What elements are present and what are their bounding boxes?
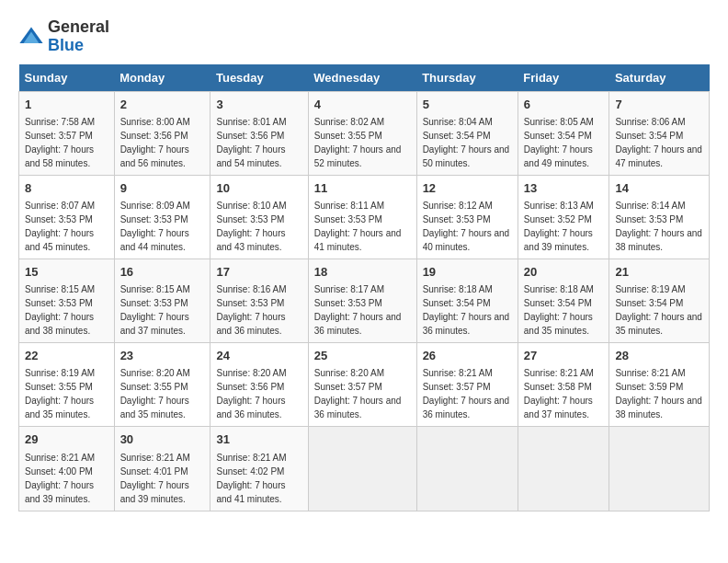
day-info: Sunrise: 7:58 AMSunset: 3:57 PMDaylight:… (25, 115, 108, 170)
calendar-day-cell: 7 Sunrise: 8:06 AMSunset: 3:54 PMDayligh… (609, 91, 710, 175)
calendar-day-cell: 9 Sunrise: 8:09 AMSunset: 3:53 PMDayligh… (114, 175, 210, 259)
calendar-day-cell: 12 Sunrise: 8:12 AMSunset: 3:53 PMDaylig… (416, 175, 518, 259)
logo-general: General (48, 17, 109, 36)
calendar-day-cell (308, 427, 416, 511)
page-header: General Blue (18, 18, 710, 55)
day-number: 23 (120, 348, 205, 364)
calendar-day-cell: 1 Sunrise: 7:58 AMSunset: 3:57 PMDayligh… (19, 91, 115, 175)
calendar-day-cell: 10 Sunrise: 8:10 AMSunset: 3:53 PMDaylig… (210, 175, 308, 259)
day-info: Sunrise: 8:21 AMSunset: 4:01 PMDaylight:… (120, 451, 205, 506)
calendar-day-cell: 29 Sunrise: 8:21 AMSunset: 4:00 PMDaylig… (19, 427, 115, 511)
calendar-day-cell: 8 Sunrise: 8:07 AMSunset: 3:53 PMDayligh… (19, 175, 115, 259)
calendar-week-2: 8 Sunrise: 8:07 AMSunset: 3:53 PMDayligh… (19, 175, 710, 259)
logo-blue: Blue (48, 36, 84, 54)
day-info: Sunrise: 8:20 AMSunset: 3:55 PMDaylight:… (120, 366, 205, 421)
day-header-sunday: Sunday (19, 64, 115, 92)
calendar-day-cell: 5 Sunrise: 8:04 AMSunset: 3:54 PMDayligh… (416, 91, 518, 175)
calendar-day-cell: 14 Sunrise: 8:14 AMSunset: 3:53 PMDaylig… (609, 175, 710, 259)
day-number: 26 (423, 348, 512, 364)
calendar-day-cell: 2 Sunrise: 8:00 AMSunset: 3:56 PMDayligh… (114, 91, 210, 175)
day-info: Sunrise: 8:21 AMSunset: 4:02 PMDaylight:… (216, 451, 301, 506)
day-info: Sunrise: 8:02 AMSunset: 3:55 PMDaylight:… (314, 115, 411, 170)
day-info: Sunrise: 8:01 AMSunset: 3:56 PMDaylight:… (216, 115, 301, 170)
day-number: 12 (423, 180, 512, 197)
day-number: 22 (25, 348, 108, 364)
day-number: 14 (615, 180, 703, 197)
day-info: Sunrise: 8:09 AMSunset: 3:53 PMDaylight:… (120, 199, 205, 254)
day-number: 25 (314, 348, 411, 364)
calendar-day-cell: 28 Sunrise: 8:21 AMSunset: 3:59 PMDaylig… (609, 343, 710, 427)
day-info: Sunrise: 8:21 AMSunset: 3:57 PMDaylight:… (423, 366, 512, 421)
day-number: 31 (216, 431, 301, 448)
day-info: Sunrise: 8:17 AMSunset: 3:53 PMDaylight:… (314, 282, 411, 338)
day-number: 24 (216, 348, 301, 364)
day-info: Sunrise: 8:12 AMSunset: 3:53 PMDaylight:… (423, 199, 512, 254)
calendar-day-cell: 27 Sunrise: 8:21 AMSunset: 3:58 PMDaylig… (518, 343, 609, 427)
day-info: Sunrise: 8:04 AMSunset: 3:54 PMDaylight:… (423, 115, 512, 170)
calendar-day-cell: 13 Sunrise: 8:13 AMSunset: 3:52 PMDaylig… (518, 175, 609, 259)
day-info: Sunrise: 8:10 AMSunset: 3:53 PMDaylight:… (216, 199, 301, 254)
day-number: 8 (25, 180, 108, 197)
day-number: 20 (524, 264, 604, 281)
calendar-day-cell: 19 Sunrise: 8:18 AMSunset: 3:54 PMDaylig… (416, 259, 518, 342)
day-header-thursday: Thursday (416, 64, 518, 92)
day-info: Sunrise: 8:07 AMSunset: 3:53 PMDaylight:… (25, 199, 108, 254)
calendar-day-cell: 20 Sunrise: 8:18 AMSunset: 3:54 PMDaylig… (518, 259, 609, 342)
calendar-day-cell: 26 Sunrise: 8:21 AMSunset: 3:57 PMDaylig… (416, 343, 518, 427)
calendar-day-cell (416, 427, 518, 511)
day-number: 6 (524, 97, 604, 113)
day-info: Sunrise: 8:20 AMSunset: 3:56 PMDaylight:… (216, 366, 301, 421)
day-number: 11 (314, 180, 411, 197)
day-header-saturday: Saturday (609, 64, 710, 92)
day-number: 2 (120, 97, 205, 113)
calendar-day-cell (609, 427, 710, 511)
calendar-day-cell: 22 Sunrise: 8:19 AMSunset: 3:55 PMDaylig… (19, 343, 115, 427)
calendar-day-cell: 31 Sunrise: 8:21 AMSunset: 4:02 PMDaylig… (210, 427, 308, 511)
day-info: Sunrise: 8:06 AMSunset: 3:54 PMDaylight:… (615, 115, 703, 170)
day-number: 19 (423, 264, 512, 281)
day-number: 30 (120, 431, 205, 448)
logo: General Blue (18, 18, 109, 55)
calendar-day-cell: 16 Sunrise: 8:15 AMSunset: 3:53 PMDaylig… (114, 259, 210, 342)
calendar-day-cell: 15 Sunrise: 8:15 AMSunset: 3:53 PMDaylig… (19, 259, 115, 342)
day-info: Sunrise: 8:21 AMSunset: 3:59 PMDaylight:… (615, 366, 703, 421)
calendar-header-row: SundayMondayTuesdayWednesdayThursdayFrid… (19, 64, 710, 92)
day-number: 16 (120, 264, 205, 281)
calendar-day-cell: 18 Sunrise: 8:17 AMSunset: 3:53 PMDaylig… (308, 259, 416, 342)
logo-icon (18, 24, 44, 50)
day-info: Sunrise: 8:16 AMSunset: 3:53 PMDaylight:… (216, 282, 301, 338)
calendar-week-4: 22 Sunrise: 8:19 AMSunset: 3:55 PMDaylig… (19, 343, 710, 427)
day-info: Sunrise: 8:21 AMSunset: 3:58 PMDaylight:… (524, 366, 604, 421)
calendar-day-cell: 3 Sunrise: 8:01 AMSunset: 3:56 PMDayligh… (210, 91, 308, 175)
calendar-body: 1 Sunrise: 7:58 AMSunset: 3:57 PMDayligh… (19, 91, 710, 511)
calendar-week-1: 1 Sunrise: 7:58 AMSunset: 3:57 PMDayligh… (19, 91, 710, 175)
calendar-day-cell: 4 Sunrise: 8:02 AMSunset: 3:55 PMDayligh… (308, 91, 416, 175)
day-info: Sunrise: 8:18 AMSunset: 3:54 PMDaylight:… (524, 282, 604, 338)
day-number: 15 (25, 264, 108, 281)
calendar-day-cell: 21 Sunrise: 8:19 AMSunset: 3:54 PMDaylig… (609, 259, 710, 342)
day-info: Sunrise: 8:14 AMSunset: 3:53 PMDaylight:… (615, 199, 703, 254)
day-number: 3 (216, 97, 301, 113)
calendar-day-cell: 6 Sunrise: 8:05 AMSunset: 3:54 PMDayligh… (518, 91, 609, 175)
day-number: 13 (524, 180, 604, 197)
day-info: Sunrise: 8:11 AMSunset: 3:53 PMDaylight:… (314, 199, 411, 254)
day-number: 4 (314, 97, 411, 113)
logo-text: General Blue (48, 18, 109, 55)
calendar-day-cell (518, 427, 609, 511)
day-number: 1 (25, 97, 108, 113)
day-number: 9 (120, 180, 205, 197)
day-info: Sunrise: 8:21 AMSunset: 4:00 PMDaylight:… (25, 451, 108, 506)
day-info: Sunrise: 8:20 AMSunset: 3:57 PMDaylight:… (314, 366, 411, 421)
day-info: Sunrise: 8:00 AMSunset: 3:56 PMDaylight:… (120, 115, 205, 170)
day-number: 10 (216, 180, 301, 197)
day-number: 18 (314, 264, 411, 281)
day-number: 29 (25, 431, 108, 448)
day-header-tuesday: Tuesday (210, 64, 308, 92)
day-info: Sunrise: 8:19 AMSunset: 3:55 PMDaylight:… (25, 366, 108, 421)
day-number: 28 (615, 348, 703, 364)
calendar-day-cell: 25 Sunrise: 8:20 AMSunset: 3:57 PMDaylig… (308, 343, 416, 427)
day-info: Sunrise: 8:19 AMSunset: 3:54 PMDaylight:… (615, 282, 703, 338)
day-info: Sunrise: 8:15 AMSunset: 3:53 PMDaylight:… (120, 282, 205, 338)
day-number: 7 (615, 97, 703, 113)
day-number: 5 (423, 97, 512, 113)
